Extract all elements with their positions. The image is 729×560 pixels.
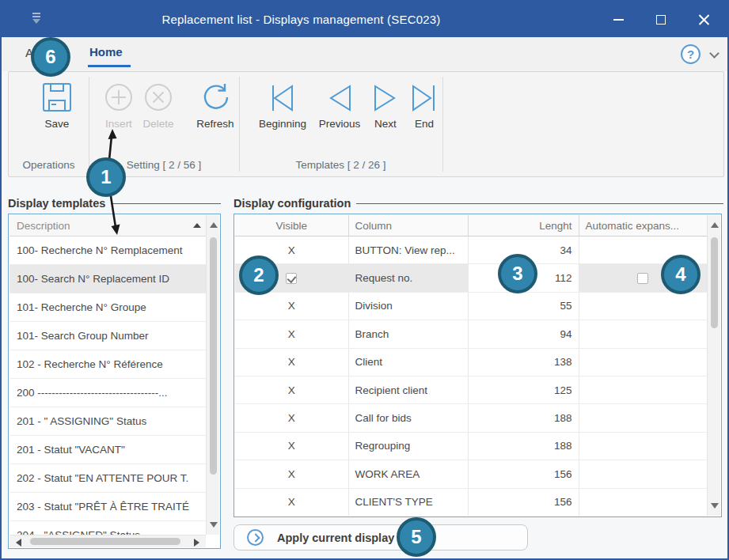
scroll-down-icon[interactable] xyxy=(210,522,218,528)
apply-current-display-button[interactable]: Apply current display xyxy=(234,524,528,551)
skip-to-start-icon xyxy=(268,78,298,113)
list-item[interactable]: 202 - Statut "EN ATTENTE POUR T. xyxy=(9,464,206,493)
scrollbar-thumb[interactable] xyxy=(210,237,217,475)
templates-list: Description 100- Recherche N° Remplaceme… xyxy=(8,214,221,549)
list-item[interactable]: 204 - "ASSIGNED" Status xyxy=(9,521,206,535)
app-window: Replacement list - Displays management (… xyxy=(0,0,729,560)
divider xyxy=(356,203,723,204)
tab-home[interactable]: Home xyxy=(89,45,123,59)
header-column[interactable]: Column xyxy=(349,215,469,236)
display-templates-label: Display templates xyxy=(8,197,221,210)
plus-circle-icon xyxy=(103,78,135,113)
scroll-up-icon[interactable] xyxy=(210,222,218,228)
list-item[interactable]: 200 ----------------------------------..… xyxy=(9,379,206,407)
callout-badge-2: 2 xyxy=(239,255,279,295)
table-row[interactable]: X Call for bids 188 xyxy=(235,404,707,432)
horizontal-scrollbar[interactable] xyxy=(9,535,206,547)
beginning-button[interactable]: Beginning xyxy=(251,78,314,130)
help-icon[interactable]: ? xyxy=(681,44,701,64)
vertical-scrollbar[interactable] xyxy=(707,215,720,516)
callout-badge-6: 6 xyxy=(31,37,70,77)
close-button[interactable] xyxy=(686,2,721,37)
list-header-description[interactable]: Description xyxy=(9,215,206,236)
list-item[interactable]: 101- Recherche N° Groupe xyxy=(9,293,206,322)
previous-button[interactable]: Previous xyxy=(313,78,366,130)
list-item[interactable]: 203 - Statut "PRÊT À ÊTRE TRAITÉ xyxy=(9,493,206,521)
end-button[interactable]: End xyxy=(406,78,442,130)
x-circle-icon xyxy=(142,78,174,113)
active-tab-underline xyxy=(88,65,131,67)
templates-list-rows: 100- Recherche N° Remplacement 100- Sear… xyxy=(9,236,206,535)
table-row[interactable]: X Branch 94 xyxy=(235,320,707,348)
vertical-scrollbar[interactable] xyxy=(206,215,219,535)
chevron-down-icon[interactable] xyxy=(709,48,720,59)
list-item[interactable]: 101- Search Group Number xyxy=(9,322,206,350)
scroll-up-icon[interactable] xyxy=(711,222,719,228)
group-separator xyxy=(89,77,89,172)
skip-to-end-icon xyxy=(409,78,439,113)
header-automatic-expansion[interactable]: Automatic expans... xyxy=(579,215,707,236)
table-header-row: Visible Column Lenght Automatic expans..… xyxy=(235,215,707,236)
chevron-right-circle-icon xyxy=(247,529,264,546)
table-row-selected[interactable]: Request no. 112 xyxy=(235,264,707,292)
table-row[interactable]: X Regrouping 188 xyxy=(235,433,707,460)
left-triangle-icon xyxy=(325,78,355,113)
refresh-icon xyxy=(199,78,232,113)
minimize-icon xyxy=(613,19,624,21)
scrollbar-thumb[interactable] xyxy=(711,237,718,328)
save-icon xyxy=(41,78,73,113)
table-body: X BUTTON: View rep... 34 Request no. 112… xyxy=(235,236,707,516)
callout-badge-1: 1 xyxy=(86,157,126,197)
refresh-button[interactable]: Refresh xyxy=(189,78,241,130)
visible-checkbox-checked[interactable] xyxy=(286,273,297,284)
maximize-button[interactable] xyxy=(644,2,678,37)
save-button[interactable]: Save xyxy=(34,78,80,130)
scroll-down-icon[interactable] xyxy=(711,503,719,509)
minimize-button[interactable] xyxy=(601,2,636,37)
header-visible[interactable]: Visible xyxy=(235,215,349,236)
ribbon-tab-bar: Actions Home ? xyxy=(2,37,727,71)
list-item[interactable]: 102 - Recherche N° Référence xyxy=(9,350,206,379)
list-item[interactable]: 201 - " ASSIGNING" Status xyxy=(9,407,206,436)
group-label-operations: Operations xyxy=(9,159,89,171)
callout-badge-3: 3 xyxy=(498,254,537,293)
maximize-icon xyxy=(656,15,666,25)
list-item[interactable]: 201 - Statut "VACANT" xyxy=(9,436,206,464)
group-separator xyxy=(442,77,443,172)
table-row[interactable]: X Division 55 xyxy=(235,293,707,320)
automatic-expansion-checkbox-unchecked[interactable] xyxy=(637,273,648,284)
scrollbar-thumb[interactable] xyxy=(30,538,180,545)
title-bar: Replacement list - Displays management (… xyxy=(2,2,727,37)
table-row[interactable]: X CLIENT'S TYPE 156 xyxy=(235,489,707,516)
scroll-right-icon[interactable] xyxy=(194,539,199,547)
list-item-selected[interactable]: 100- Search N° Replacement ID xyxy=(9,265,206,293)
list-item[interactable]: 100- Recherche N° Remplacement xyxy=(9,236,206,265)
table-row[interactable]: X WORK AREA 156 xyxy=(235,460,707,488)
callout-badge-4: 4 xyxy=(661,255,701,294)
configuration-table: Visible Column Lenght Automatic expans..… xyxy=(234,214,722,517)
divider xyxy=(111,203,221,204)
window-title: Replacement list - Displays management (… xyxy=(2,2,601,37)
next-button[interactable]: Next xyxy=(366,78,404,130)
right-triangle-icon xyxy=(370,78,401,113)
table-row[interactable]: X BUTTON: View rep... 34 xyxy=(235,236,707,264)
table-row[interactable]: X Recipient client 125 xyxy=(235,376,707,404)
group-label-templates: Templates [ 2 / 26 ] xyxy=(239,159,442,171)
sort-ascending-icon xyxy=(193,223,201,228)
callout-badge-5: 5 xyxy=(397,517,436,557)
close-icon xyxy=(698,13,710,25)
display-configuration-label: Display configuration xyxy=(234,197,723,210)
delete-button[interactable]: Delete xyxy=(135,78,181,130)
header-length[interactable]: Lenght xyxy=(469,215,579,236)
table-row[interactable]: X Client 138 xyxy=(235,349,707,376)
scroll-left-icon[interactable] xyxy=(16,539,21,547)
